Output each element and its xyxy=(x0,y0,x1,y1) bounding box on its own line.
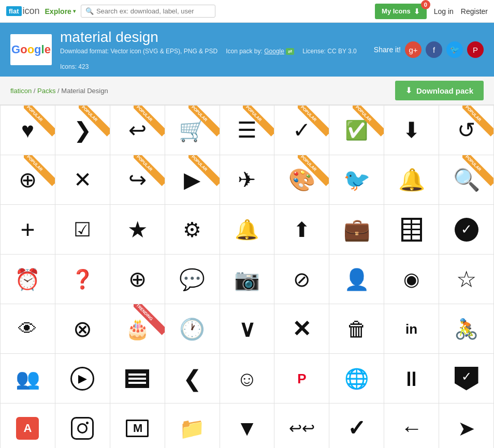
icon-cell[interactable]: 📷 xyxy=(220,255,275,304)
icon-symbol: 👥 xyxy=(16,369,40,389)
icon-cell[interactable]: ⊕ xyxy=(110,255,165,304)
icon-cell[interactable]: ⊕ xyxy=(1,155,55,205)
icon-cell[interactable]: ✓ xyxy=(439,354,494,404)
icon-cell[interactable] xyxy=(55,404,110,448)
icon-cell[interactable]: M xyxy=(110,404,165,448)
register-link[interactable]: Register xyxy=(461,7,488,16)
icon-cell[interactable]: ★ xyxy=(110,205,165,255)
icon-symbol: ✕ xyxy=(74,169,92,191)
icon-cell[interactable]: 👤 xyxy=(329,255,384,304)
icon-symbol: ★ xyxy=(127,218,148,241)
breadcrumb-current: Material Design xyxy=(61,87,108,95)
top-navigation: flaticon Explore ▾ 🔍 My Icons ⬇ 0 Log in… xyxy=(0,0,494,23)
icon-symbol: ➤ xyxy=(458,418,475,439)
icon-cell[interactable]: 🎂 xyxy=(110,304,165,354)
share-twitter-button[interactable]: 🐦 xyxy=(446,41,463,58)
icon-cell[interactable]: 🔍 xyxy=(439,155,494,205)
icon-cell[interactable]: 👁 xyxy=(1,304,55,354)
icon-cell[interactable]: ✓ xyxy=(439,205,494,255)
icon-cell[interactable]: 🚴 xyxy=(439,304,494,354)
explore-button[interactable]: Explore ▾ xyxy=(45,7,76,16)
site-logo[interactable]: flaticon xyxy=(6,6,40,17)
my-icons-badge: 0 xyxy=(421,0,430,9)
chevron-down-icon: ▾ xyxy=(73,8,76,14)
icon-cell[interactable]: ✓ xyxy=(329,404,384,448)
icon-cell[interactable]: ✕ xyxy=(274,304,329,354)
pack-title: material design xyxy=(60,29,366,46)
icon-cell[interactable]: ⬇ xyxy=(384,106,439,155)
icon-cell[interactable]: ➤ xyxy=(439,404,494,448)
icon-cell[interactable]: ⚙ xyxy=(165,205,220,255)
icon-cell[interactable]: ↪ xyxy=(110,155,165,205)
icon-cell[interactable]: ✅ xyxy=(329,106,384,155)
icon-cell[interactable]: ⊗ xyxy=(55,304,110,354)
icon-cell[interactable]: 🔔 xyxy=(220,205,275,255)
play-circle-icon: ▶ xyxy=(70,367,94,391)
icon-cell[interactable]: 💬 xyxy=(165,255,220,304)
share-gplus-button[interactable]: g+ xyxy=(405,41,422,58)
share-facebook-button[interactable]: f xyxy=(426,41,442,58)
icon-cell[interactable]: ◉ xyxy=(384,255,439,304)
pack-info: material design Download format: Vector … xyxy=(60,29,366,70)
icon-cell[interactable]: 🗑 xyxy=(329,304,384,354)
icon-cell[interactable]: ✕ xyxy=(55,155,110,205)
login-link[interactable]: Log in xyxy=(434,7,454,16)
icon-cell[interactable]: ↺ xyxy=(439,106,494,155)
icon-symbol: ⊘ xyxy=(293,269,311,290)
icon-symbol: ✈ xyxy=(238,169,256,191)
icon-cell[interactable]: ✓ xyxy=(274,106,329,155)
icon-cell[interactable]: P xyxy=(274,354,329,404)
icon-cell[interactable]: 🌐 xyxy=(329,354,384,404)
icon-cell[interactable]: ↩↩ xyxy=(274,404,329,448)
icon-cell[interactable]: ↩ xyxy=(110,106,165,155)
icon-cell[interactable]: ▶ xyxy=(165,155,220,205)
icon-cell[interactable]: ⬆ xyxy=(274,205,329,255)
icon-cell[interactable]: in xyxy=(384,304,439,354)
icon-cell[interactable]: + xyxy=(1,205,55,255)
icon-cell[interactable]: ☺ xyxy=(220,354,275,404)
breadcrumb-packs-link[interactable]: Packs xyxy=(37,87,55,95)
icon-cell[interactable]: A xyxy=(1,404,55,448)
icon-cell[interactable]: ♥ xyxy=(1,106,55,155)
icon-cell[interactable]: ⏸ xyxy=(384,354,439,404)
icon-cell[interactable]: 📁 xyxy=(165,404,220,448)
icon-cell[interactable]: ▼ xyxy=(220,404,275,448)
icon-symbol: 🕐 xyxy=(179,319,205,339)
icon-cell[interactable]: ☆ xyxy=(439,255,494,304)
popular-ribbon xyxy=(462,155,493,186)
popular-ribbon xyxy=(134,155,165,186)
icon-cell[interactable]: ☰ xyxy=(220,106,275,155)
pack-author-link[interactable]: Google xyxy=(264,48,284,55)
icon-cell[interactable]: 🔔 xyxy=(384,155,439,205)
icon-cell[interactable]: 🛒 xyxy=(165,106,220,155)
breadcrumb-home-link[interactable]: flaticon xyxy=(10,87,32,95)
my-icons-label: My Icons xyxy=(382,7,411,15)
icon-symbol: 🗑 xyxy=(346,319,367,339)
icon-cell[interactable]: 👥 xyxy=(1,354,55,404)
icon-symbol: ☺ xyxy=(237,368,258,389)
search-input[interactable] xyxy=(96,7,211,15)
google-logo: Google xyxy=(11,43,51,56)
icon-cell[interactable]: ❯ xyxy=(55,106,110,155)
icon-cell[interactable]: ∨ xyxy=(220,304,275,354)
search-box: 🔍 xyxy=(81,5,215,18)
icon-symbol: 🚴 xyxy=(454,319,478,339)
icon-cell[interactable]: ❮ xyxy=(165,354,220,404)
icon-cell[interactable]: 🕐 xyxy=(165,304,220,354)
icon-cell[interactable]: 🐦 xyxy=(329,155,384,205)
icon-cell[interactable]: 🎨 xyxy=(274,155,329,205)
icon-cell[interactable]: ▶ xyxy=(55,354,110,404)
icon-cell[interactable] xyxy=(110,354,165,404)
download-pack-button[interactable]: ⬇ Download pack xyxy=(395,81,484,100)
icon-cell[interactable]: ← xyxy=(384,404,439,448)
icon-cell[interactable]: 💼 xyxy=(329,205,384,255)
icon-symbol: ⊕ xyxy=(128,268,147,290)
icon-cell[interactable]: ⏰ xyxy=(1,255,55,304)
icon-cell[interactable] xyxy=(384,205,439,255)
icon-cell[interactable]: ☑ xyxy=(55,205,110,255)
icon-cell[interactable]: ⊘ xyxy=(274,255,329,304)
share-pinterest-button[interactable]: P xyxy=(467,41,484,58)
icon-cell[interactable]: ✈ xyxy=(220,155,275,205)
icon-cell[interactable]: ❓ xyxy=(55,255,110,304)
my-icons-button[interactable]: My Icons ⬇ 0 xyxy=(375,4,427,19)
